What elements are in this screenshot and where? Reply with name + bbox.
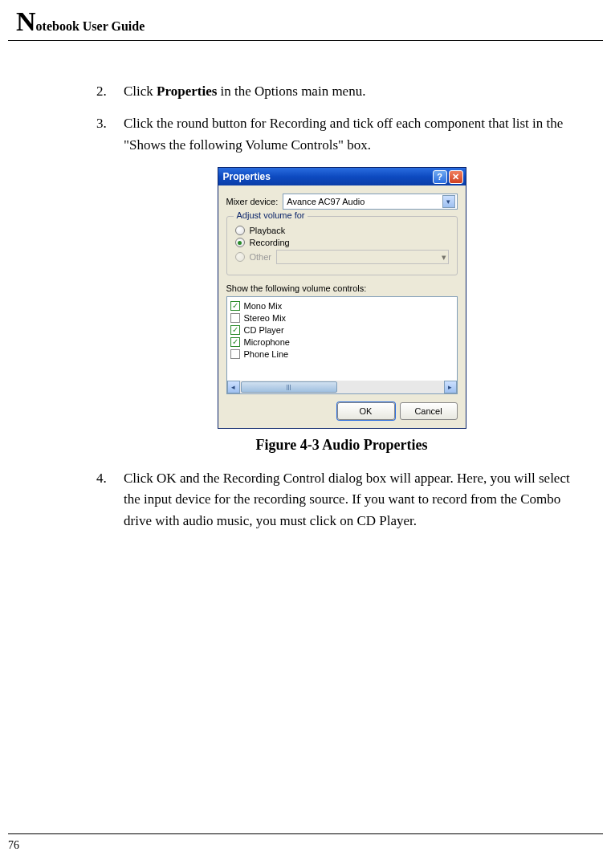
check-stereo-label: Stereo Mix	[244, 313, 287, 323]
checkbox-checked-icon[interactable]: ✓	[230, 301, 240, 311]
radio-recording-row[interactable]: Recording	[235, 238, 449, 247]
mixer-select[interactable]: Avance AC97 Audio ▾	[283, 194, 457, 210]
chevron-down-icon: ▾	[442, 252, 446, 263]
step-text: Click Properties in the Options main men…	[124, 81, 365, 102]
mixer-value: Avance AC97 Audio	[287, 197, 365, 206]
help-button[interactable]: ?	[433, 170, 447, 184]
close-button[interactable]: ✕	[449, 170, 463, 184]
radio-other-row: Other ▾	[235, 250, 449, 264]
checkbox-checked-icon[interactable]: ✓	[230, 325, 240, 335]
radio-other-label: Other	[250, 252, 272, 262]
page-footer: 76	[8, 833, 603, 852]
header-title: otebook User Guide	[36, 19, 145, 33]
check-mic-label: Microphone	[244, 337, 290, 347]
check-cd-label: CD Player	[244, 325, 284, 335]
step-4: 4. Click OK and the Recording Control di…	[96, 468, 587, 532]
radio-recording[interactable]	[235, 238, 245, 247]
step-text: Click OK and the Recording Control dialo…	[124, 468, 587, 532]
properties-dialog: Properties ? ✕ Mixer device: Avance AC97…	[218, 167, 466, 429]
close-icon: ✕	[452, 172, 459, 182]
cancel-button[interactable]: Cancel	[400, 402, 458, 420]
page-content: 2. Click Properties in the Options main …	[0, 41, 611, 532]
checkbox-checked-icon[interactable]: ✓	[230, 337, 240, 347]
check-stereo-row[interactable]: ✓ Stereo Mix	[230, 313, 454, 323]
dialog-body: Mixer device: Avance AC97 Audio ▾ Adjust…	[218, 185, 466, 428]
page-header: Notebook User Guide	[8, 0, 603, 41]
header-initial: N	[16, 6, 36, 36]
checkbox-unchecked-icon[interactable]: ✓	[230, 349, 240, 359]
page-number: 76	[8, 839, 19, 851]
step-number: 3.	[96, 113, 124, 156]
check-mic-row[interactable]: ✓ Microphone	[230, 337, 454, 347]
step-number: 2.	[96, 81, 124, 102]
volume-controls-listbox[interactable]: ✓ Mono Mix ✓ Stereo Mix ✓ CD Player ✓	[226, 296, 458, 394]
check-mono-label: Mono Mix	[244, 301, 283, 311]
chevron-down-icon[interactable]: ▾	[442, 195, 455, 208]
check-phone-label: Phone Line	[244, 349, 289, 359]
radio-recording-label: Recording	[250, 238, 290, 247]
radio-playback[interactable]	[235, 226, 245, 235]
step-text: Click the round button for Recording and…	[124, 113, 587, 156]
dialog-title: Properties	[223, 171, 271, 182]
radio-playback-row[interactable]: Playback	[235, 226, 449, 235]
show-controls-label: Show the following volume controls:	[226, 283, 458, 293]
step-3: 3. Click the round button for Recording …	[96, 113, 587, 156]
check-cd-row[interactable]: ✓ CD Player	[230, 325, 454, 335]
check-mono-row[interactable]: ✓ Mono Mix	[230, 301, 454, 311]
check-phone-row[interactable]: ✓ Phone Line	[230, 349, 454, 359]
help-icon: ?	[437, 172, 442, 181]
mixer-row: Mixer device: Avance AC97 Audio ▾	[226, 194, 458, 210]
checkbox-unchecked-icon[interactable]: ✓	[230, 313, 240, 323]
figure-caption: Figure 4-3 Audio Properties	[96, 437, 587, 454]
mixer-label: Mixer device:	[226, 197, 279, 206]
step-2: 2. Click Properties in the Options main …	[96, 81, 587, 102]
horizontal-scrollbar[interactable]: ◂ ▸	[227, 381, 457, 393]
radio-playback-label: Playback	[250, 226, 286, 235]
ok-button[interactable]: OK	[337, 402, 395, 420]
scrollbar-thumb[interactable]	[241, 381, 337, 393]
dialog-titlebar[interactable]: Properties ? ✕	[218, 168, 466, 185]
groupbox-legend: Adjust volume for	[234, 210, 308, 220]
figure-container: Properties ? ✕ Mixer device: Avance AC97…	[96, 167, 587, 429]
step-number: 4.	[96, 468, 124, 532]
scroll-left-icon[interactable]: ◂	[227, 381, 240, 393]
other-select: ▾	[276, 250, 448, 264]
radio-other	[235, 252, 245, 262]
dialog-buttons: OK Cancel	[226, 402, 458, 420]
adjust-volume-groupbox: Adjust volume for Playback Recording Oth…	[226, 216, 458, 275]
scroll-right-icon[interactable]: ▸	[444, 381, 457, 393]
